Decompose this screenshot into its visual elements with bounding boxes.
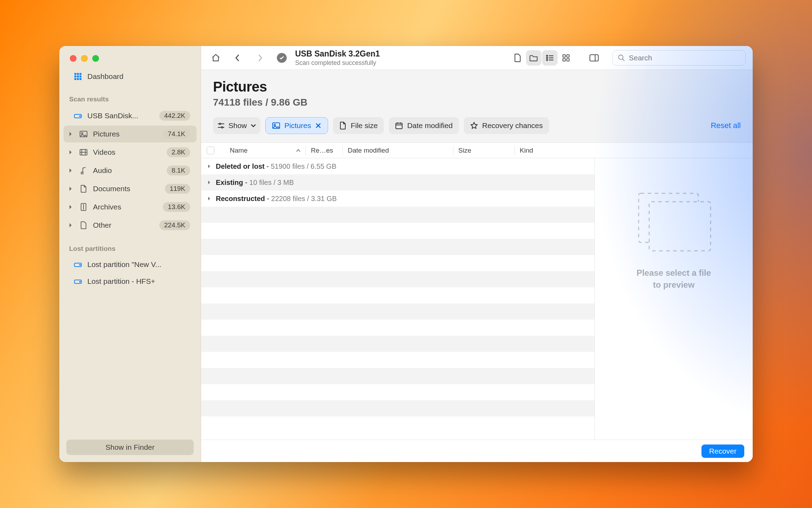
- footer-bar: Recover: [201, 440, 753, 462]
- column-label: Name: [230, 147, 248, 154]
- link-label: Reset all: [711, 121, 741, 130]
- view-switcher: [510, 50, 574, 66]
- search-field[interactable]: [629, 54, 740, 62]
- sidebar-item-videos[interactable]: Videos 2.8K: [64, 144, 197, 161]
- column-name[interactable]: Name: [221, 147, 306, 154]
- column-label: Size: [458, 147, 471, 154]
- toolbar-title-block: USB SanDisk 3.2Gen1 Scan completed succe…: [295, 49, 380, 67]
- music-note-icon: [79, 167, 88, 174]
- empty-row: [201, 400, 594, 416]
- sidebar-caption-lost: Lost partitions: [59, 234, 201, 256]
- svg-rect-1: [77, 73, 79, 75]
- sidebar: Dashboard Scan results USB SanDisk... 44…: [59, 46, 201, 462]
- svg-rect-2: [80, 73, 82, 75]
- column-label: Kind: [520, 147, 533, 154]
- group-row-existing[interactable]: Existing - 10 files / 3 MB: [201, 174, 594, 190]
- count-badge: 442.2K: [159, 111, 190, 121]
- svg-rect-7: [77, 78, 79, 80]
- preview-placeholder-icon: [635, 190, 712, 253]
- sidebar-item-other[interactable]: Other 224.5K: [64, 217, 197, 234]
- column-label: Date modified: [348, 147, 389, 154]
- svg-point-28: [547, 59, 548, 60]
- count-badge: 2.8K: [167, 147, 190, 157]
- column-label: Re…es: [311, 147, 333, 154]
- empty-row: [201, 352, 594, 368]
- sidebar-item-label: Documents: [93, 185, 160, 193]
- toolbar: USB SanDisk 3.2Gen1 Scan completed succe…: [201, 46, 753, 70]
- chevron-right-icon: [68, 186, 74, 191]
- view-folders-button[interactable]: [526, 50, 541, 66]
- sidebar-item-lost-partition-1[interactable]: Lost partition - HFS+: [64, 274, 197, 289]
- sidebar-item-audio[interactable]: Audio 8.1K: [64, 162, 197, 179]
- grid-icon: [73, 73, 82, 80]
- document-icon: [339, 121, 346, 130]
- forward-button[interactable]: [252, 50, 268, 66]
- sidebar-item-label: Dashboard: [87, 72, 190, 81]
- chevron-right-icon: [68, 168, 74, 173]
- chevron-right-icon: [68, 205, 74, 209]
- filter-chip-file-size[interactable]: File size: [333, 117, 384, 134]
- view-files-button[interactable]: [510, 50, 525, 66]
- svg-rect-3: [74, 75, 76, 78]
- sidebar-item-dashboard[interactable]: Dashboard: [64, 69, 197, 84]
- scan-status-text: Scan completed successfully: [295, 59, 380, 67]
- back-button[interactable]: [230, 50, 245, 66]
- column-kind[interactable]: Kind: [520, 147, 562, 154]
- preview-placeholder-text: Please select a file to preview: [637, 267, 711, 290]
- preview-line1: Please select a file: [637, 267, 711, 279]
- count-badge: 13.6K: [163, 202, 190, 212]
- star-icon: [470, 122, 478, 129]
- chevron-down-icon: [251, 123, 256, 128]
- results-list[interactable]: Deleted or lost - 51900 files / 6.55 GB …: [201, 158, 595, 440]
- button-label: Show in Finder: [105, 443, 154, 452]
- svg-rect-8: [80, 78, 82, 80]
- filter-bar: Show Pictures: [213, 117, 741, 134]
- empty-row: [201, 384, 594, 400]
- sidebar-item-drive[interactable]: USB SanDisk... 442.2K: [64, 107, 197, 124]
- sidebar-item-archives[interactable]: Archives 13.6K: [64, 199, 197, 215]
- home-button[interactable]: [208, 50, 224, 66]
- view-list-button[interactable]: [542, 50, 558, 66]
- show-in-finder-button[interactable]: Show in Finder: [66, 440, 194, 455]
- sidebar-item-lost-partition-0[interactable]: Lost partition "New V...: [64, 257, 197, 272]
- svg-rect-51: [649, 202, 711, 251]
- zoom-window-button[interactable]: [92, 55, 99, 62]
- sidebar-footer: Show in Finder: [59, 433, 201, 462]
- scan-status-check-icon: [277, 53, 287, 63]
- filter-chip-recovery[interactable]: Recovery chances: [464, 117, 549, 134]
- svg-rect-32: [563, 59, 565, 61]
- sidebar-item-documents[interactable]: Documents 119K: [64, 180, 197, 197]
- remove-filter-icon[interactable]: [315, 122, 321, 129]
- empty-row: [201, 368, 594, 384]
- recover-button[interactable]: Recover: [701, 444, 744, 458]
- sidebar-item-pictures[interactable]: Pictures 74.1K: [64, 126, 197, 142]
- sidebar-caption-scan: Scan results: [59, 85, 201, 107]
- filter-chip-date-modified[interactable]: Date modified: [389, 117, 459, 134]
- column-recovery[interactable]: Re…es: [311, 147, 342, 154]
- group-row-deleted[interactable]: Deleted or lost - 51900 files / 6.55 GB: [201, 158, 594, 174]
- group-row-reconstructed[interactable]: Reconstructed - 22208 files / 3.31 GB: [201, 190, 594, 207]
- svg-rect-33: [567, 59, 569, 61]
- external-drive-icon: [73, 112, 82, 119]
- reset-filters-button[interactable]: Reset all: [711, 121, 741, 130]
- show-filter-button[interactable]: Show: [213, 117, 260, 134]
- minimize-window-button[interactable]: [81, 55, 88, 62]
- svg-rect-31: [567, 55, 569, 57]
- group-label: Reconstructed: [216, 195, 265, 203]
- app-window: Dashboard Scan results USB SanDisk... 44…: [59, 46, 753, 462]
- search-input[interactable]: [612, 50, 746, 66]
- content-header: Pictures 74118 files / 9.86 GB Show: [201, 70, 753, 143]
- empty-row: [201, 207, 594, 223]
- close-window-button[interactable]: [70, 55, 76, 62]
- toggle-preview-pane-button[interactable]: [586, 50, 602, 66]
- column-size[interactable]: Size: [458, 147, 514, 154]
- column-date[interactable]: Date modified: [348, 147, 453, 154]
- image-icon: [79, 131, 88, 138]
- table-header: Name Re…es Date modified Size Kind: [201, 143, 753, 158]
- count-badge: 224.5K: [159, 220, 190, 230]
- filter-chip-pictures[interactable]: Pictures: [265, 117, 328, 134]
- group-label: Deleted or lost: [216, 162, 265, 171]
- select-all-checkbox[interactable]: [207, 147, 214, 154]
- svg-point-41: [221, 127, 223, 128]
- view-grid-button[interactable]: [558, 50, 574, 66]
